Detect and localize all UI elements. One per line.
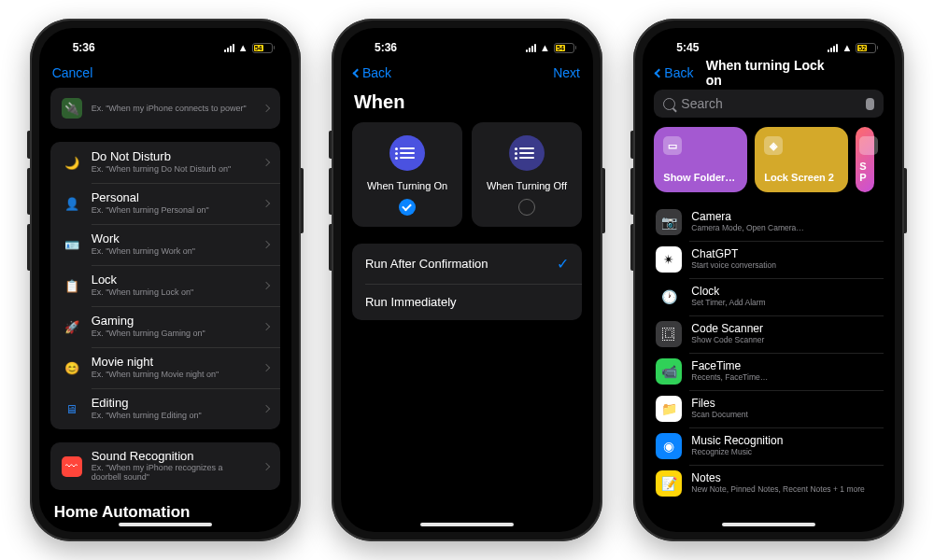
- app-row-facetime[interactable]: 📹 FaceTimeRecents, FaceTime…: [654, 353, 884, 390]
- trigger-row-movie-night[interactable]: 😊 Movie nightEx. "When turning Movie nig…: [50, 347, 280, 388]
- focus-triggers-group: 🌙 Do Not DisturbEx. "When turning Do Not…: [50, 142, 280, 429]
- app-row-notes[interactable]: 📝 NotesNew Note, Pinned Notes, Recent No…: [654, 465, 884, 502]
- focus-icon: 🖥: [62, 399, 82, 419]
- app-row-camera[interactable]: 📷 CameraCamera Mode, Open Camera…: [654, 203, 884, 241]
- tile-icon: ▭: [663, 136, 682, 155]
- app-icon: ⿴: [656, 321, 682, 347]
- chevron-right-icon: [262, 159, 269, 166]
- wifi-icon: ▲: [238, 42, 248, 53]
- mic-icon[interactable]: [866, 98, 874, 110]
- app-icon: 📷: [656, 209, 682, 235]
- next-button[interactable]: Next: [553, 65, 580, 80]
- focus-icon: 😊: [62, 357, 82, 378]
- cellular-icon: [828, 43, 838, 52]
- trigger-row-personal[interactable]: 👤 PersonalEx. "When turning Personal on": [50, 183, 280, 224]
- search-input[interactable]: Search: [654, 90, 884, 118]
- back-button[interactable]: Back: [656, 65, 693, 80]
- trigger-row-lock[interactable]: 📋 LockEx. "When turning Lock on": [50, 265, 280, 306]
- page-title: When turning Lock on: [706, 60, 832, 88]
- focus-icon: 🪪: [62, 234, 82, 255]
- trigger-row-editing[interactable]: 🖥 EditingEx. "When turning Editing on": [50, 388, 280, 429]
- chevron-right-icon: [262, 405, 269, 413]
- trigger-row-sound-recognition[interactable]: 〰 Sound Recognition Ex. "When my iPhone …: [50, 442, 280, 490]
- wifi-icon: ▲: [540, 42, 550, 53]
- focus-icon: 🌙: [62, 152, 82, 173]
- chevron-right-icon: [262, 282, 269, 289]
- wifi-icon: ▲: [842, 42, 852, 53]
- focus-icon: 🚀: [62, 316, 82, 337]
- chevron-right-icon: [262, 105, 269, 112]
- checkmark-icon: ✓: [557, 255, 569, 273]
- chevron-right-icon: [262, 200, 269, 207]
- tile-icon: ◈: [764, 136, 783, 155]
- app-row-music-recognition[interactable]: ◉ Music RecognitionRecognize Music: [654, 427, 884, 465]
- option-turning-off[interactable]: When Turning Off: [472, 122, 582, 227]
- search-placeholder: Search: [681, 96, 722, 111]
- app-icon: ◉: [656, 433, 682, 459]
- chevron-right-icon: [262, 323, 269, 330]
- battery-icon: 52: [856, 43, 878, 53]
- app-row-chatgpt[interactable]: ✴︎ ChatGPTStart voice conversation: [654, 241, 884, 278]
- chevron-left-icon: [353, 68, 362, 77]
- focus-icon: 👤: [62, 193, 82, 214]
- shortcut-tile[interactable]: SP: [856, 127, 874, 192]
- app-icon: ✴︎: [656, 246, 682, 273]
- app-row-code-scanner[interactable]: ⿴ Code ScannerShow Code Scanner: [654, 315, 884, 353]
- focus-icon: 📋: [62, 275, 82, 296]
- chevron-right-icon: [262, 241, 269, 248]
- cancel-button[interactable]: Cancel: [52, 65, 93, 80]
- search-icon: [663, 98, 675, 110]
- option-run-immediately[interactable]: Run Immediately: [352, 284, 582, 320]
- section-header-home: Home Automation: [54, 503, 276, 522]
- home-indicator[interactable]: [119, 523, 212, 526]
- cellular-icon: [224, 43, 234, 52]
- app-icon: 🕐: [656, 284, 682, 310]
- home-indicator[interactable]: [722, 523, 815, 526]
- trigger-row-power[interactable]: 🔌 Ex. "When my iPhone connects to power": [50, 88, 280, 129]
- shortcut-tile[interactable]: ◈Lock Screen 2: [755, 127, 848, 192]
- clock: 5:36: [56, 41, 112, 54]
- cellular-icon: [526, 43, 536, 52]
- option-run-after-confirmation[interactable]: Run After Confirmation ✓: [352, 244, 582, 284]
- app-row-files[interactable]: 📁 FilesScan Document: [654, 390, 884, 427]
- home-indicator[interactable]: [420, 523, 514, 526]
- chevron-left-icon: [655, 68, 664, 77]
- radio-unselected: [518, 199, 535, 216]
- tile-icon: [859, 136, 878, 155]
- chevron-right-icon: [262, 462, 269, 469]
- battery-icon: 54: [554, 43, 576, 53]
- back-button[interactable]: Back: [354, 65, 391, 80]
- app-icon: 📹: [656, 358, 682, 385]
- clock: 5:36: [358, 41, 414, 54]
- chevron-right-icon: [262, 364, 269, 371]
- app-row-clock[interactable]: 🕐 ClockSet Timer, Add Alarm: [654, 278, 884, 315]
- app-icon: 📁: [656, 396, 682, 422]
- trigger-row-work[interactable]: 🪪 WorkEx. "When turning Work on": [50, 224, 280, 265]
- shortcut-tile[interactable]: ▭Show Folder…: [654, 127, 747, 192]
- trigger-row-do-not-disturb[interactable]: 🌙 Do Not DisturbEx. "When turning Do Not…: [50, 142, 280, 183]
- clock: 5:45: [659, 41, 715, 54]
- app-icon: 📝: [656, 470, 682, 497]
- option-turning-on[interactable]: When Turning On: [352, 122, 462, 227]
- battery-icon: 54: [252, 43, 275, 53]
- list-icon: [509, 135, 545, 171]
- page-heading: When: [341, 86, 593, 122]
- radio-selected: [399, 199, 416, 216]
- list-icon: [389, 135, 425, 171]
- trigger-row-gaming[interactable]: 🚀 GamingEx. "When turning Gaming on": [50, 306, 280, 347]
